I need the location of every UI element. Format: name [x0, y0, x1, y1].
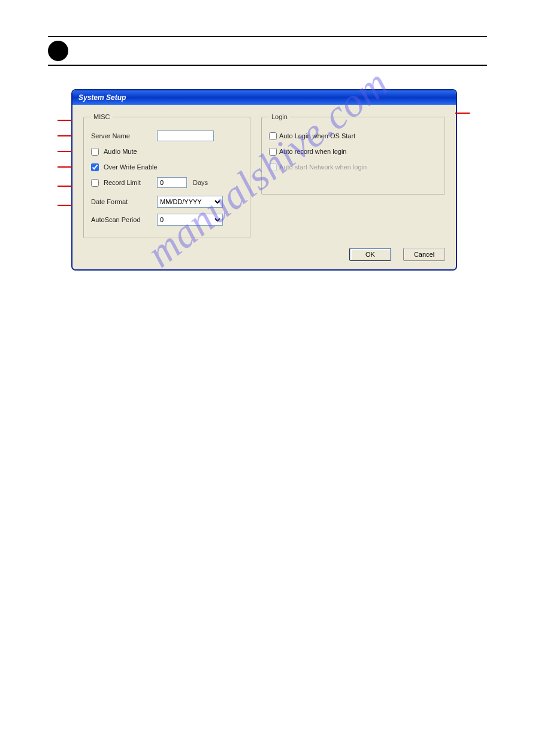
date-format-label: Date Format — [91, 198, 128, 205]
autoscan-select[interactable]: 0 — [157, 214, 223, 226]
misc-group: MISC Server Name Audio Mute — [83, 113, 250, 238]
callout-marker — [58, 151, 72, 152]
auto-login-label: Auto Login when OS Start — [279, 132, 355, 139]
cancel-button[interactable]: Cancel — [403, 248, 445, 261]
system-setup-dialog: System Setup MISC Server Name Aud — [72, 90, 457, 270]
auto-network-label: Auto start Network when login — [279, 163, 367, 171]
callout-marker — [58, 135, 72, 136]
audio-mute-checkbox[interactable] — [91, 148, 99, 156]
overwrite-checkbox[interactable] — [91, 163, 99, 171]
dialog-title: System Setup — [72, 90, 456, 105]
server-name-label: Server Name — [91, 132, 130, 139]
callout-marker — [455, 113, 470, 114]
divider-top — [48, 36, 487, 37]
auto-record-checkbox[interactable] — [269, 148, 277, 156]
callout-marker — [58, 120, 72, 121]
record-limit-checkbox[interactable] — [91, 179, 99, 187]
date-format-select[interactable]: MM/DD/YYYY — [157, 196, 223, 208]
overwrite-label: Over Write Enable — [104, 163, 158, 171]
callout-marker — [58, 186, 72, 187]
days-label: Days — [193, 179, 208, 186]
ok-button[interactable]: OK — [349, 248, 391, 261]
record-limit-label: Record Limit — [104, 179, 141, 186]
autoscan-label: AutoScan Period — [91, 216, 141, 223]
auto-login-checkbox[interactable] — [269, 132, 277, 140]
record-limit-input[interactable] — [157, 177, 187, 188]
misc-legend: MISC — [91, 113, 113, 120]
auto-record-label: Auto record when login — [279, 148, 347, 155]
divider-bottom — [48, 65, 487, 66]
bullet-circle-icon — [48, 41, 68, 61]
server-name-input[interactable] — [157, 130, 214, 141]
audio-mute-label: Audio Mute — [104, 148, 137, 155]
login-legend: Login — [269, 113, 290, 120]
callout-marker — [58, 166, 72, 168]
auto-network-checkbox — [269, 163, 277, 171]
login-group: Login Auto Login when OS Start Auto reco… — [261, 113, 445, 195]
callout-marker — [58, 205, 72, 206]
